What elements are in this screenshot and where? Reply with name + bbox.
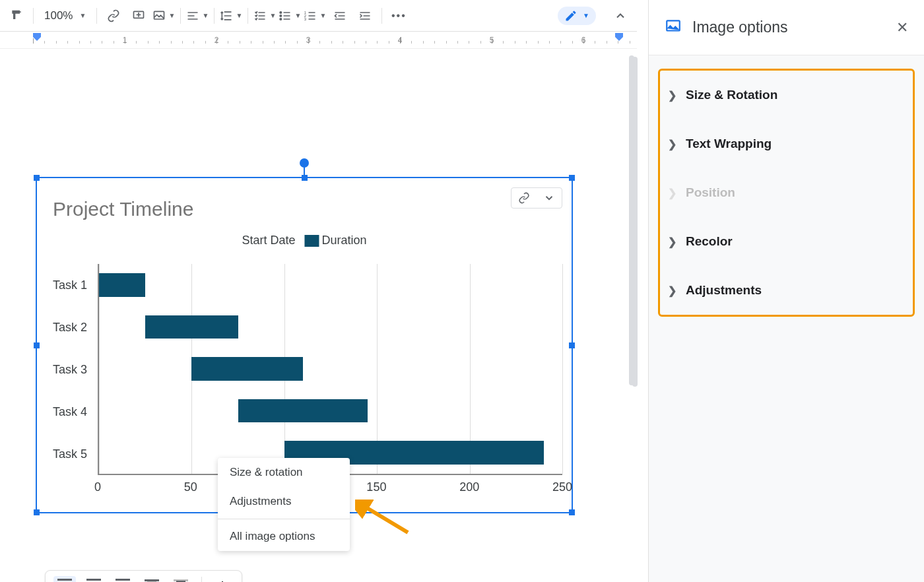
image-wrap-toolbar: ⋮ — [45, 570, 242, 582]
legend-swatch — [305, 235, 319, 247]
linked-chart-menu-button[interactable] — [537, 188, 562, 208]
document-canvas[interactable]: Project Timeline Start Date Duration Tas… — [0, 49, 637, 582]
caret-down-icon: ▼ — [319, 12, 326, 19]
zoom-value: 100% — [44, 9, 73, 22]
indent-decrease-icon — [333, 9, 346, 22]
context-menu-item-all-image-options[interactable]: All image options — [218, 522, 350, 551]
image-option-row[interactable]: ❯Size & Rotation — [660, 71, 913, 119]
chart-title: Project Timeline — [53, 198, 193, 220]
wrap-more-button[interactable]: ⋮ — [211, 576, 234, 582]
wrap-behind-button[interactable] — [141, 576, 163, 582]
resize-handle-ne[interactable] — [569, 175, 575, 181]
decrease-indent-button[interactable] — [329, 5, 351, 27]
chart-legend: Start Date Duration — [242, 234, 366, 247]
y-tick-label: Task 3 — [50, 348, 94, 391]
toolbar-divider — [214, 8, 214, 24]
line-spacing-button[interactable]: ▼ — [220, 5, 242, 27]
wrap-inline-icon — [57, 579, 72, 582]
panel-title: Image options — [692, 18, 787, 36]
resize-handle-sw[interactable] — [34, 509, 40, 515]
caret-down-icon: ▼ — [79, 12, 86, 19]
rotation-handle[interactable] — [300, 158, 309, 168]
caret-down-icon: ▼ — [269, 12, 276, 19]
ruler-indent-left-marker[interactable] — [32, 32, 42, 46]
bar-segment — [238, 399, 368, 423]
indent-increase-icon — [358, 9, 372, 22]
insert-link-button[interactable] — [102, 5, 125, 27]
image-icon — [665, 18, 682, 38]
vertical-scrollbar[interactable] — [632, 57, 638, 387]
numbered-list-button[interactable]: 123 ▼ — [304, 5, 326, 27]
wrap-break-button[interactable] — [112, 576, 134, 582]
collapse-panel-button[interactable] — [609, 5, 632, 27]
y-tick-label: Task 1 — [50, 264, 94, 306]
ruler-label: 3 — [306, 36, 311, 45]
linked-chart-link-button[interactable] — [512, 188, 537, 208]
bulleted-list-button[interactable]: ▼ — [279, 5, 301, 27]
bars-area — [98, 264, 562, 475]
toolbar-divider — [201, 577, 202, 582]
caret-down-icon: ▼ — [202, 12, 209, 19]
legend-entry: Start Date — [242, 234, 295, 247]
bar-row — [99, 315, 562, 339]
chevron-right-icon: ❯ — [668, 187, 676, 199]
wrap-text-button[interactable] — [82, 576, 105, 582]
horizontal-ruler[interactable]: 123456 — [0, 32, 637, 49]
wrap-inline-button[interactable] — [53, 576, 76, 582]
svg-point-3 — [280, 15, 282, 16]
image-option-label: Recolor — [686, 234, 733, 249]
resize-handle-se[interactable] — [569, 509, 575, 515]
pencil-icon — [564, 9, 578, 22]
zoom-dropdown[interactable]: 100% ▼ — [39, 5, 91, 27]
legend-entry: Duration — [322, 234, 367, 247]
x-tick-label: 200 — [459, 480, 479, 494]
toolbar-divider — [96, 8, 97, 24]
increase-indent-button[interactable] — [354, 5, 376, 27]
caret-down-icon: ▼ — [583, 12, 589, 19]
add-comment-button[interactable] — [127, 5, 150, 27]
image-option-label: Size & Rotation — [686, 88, 777, 102]
resize-handle-e[interactable] — [569, 342, 575, 348]
svg-point-4 — [280, 18, 282, 20]
more-button[interactable]: ••• — [387, 5, 410, 27]
checklist-icon — [253, 9, 267, 22]
align-button[interactable]: ▼ — [186, 5, 209, 27]
highlighted-options-list: ❯Size & Rotation❯Text Wrapping❯Position❯… — [658, 69, 915, 317]
bar-segment — [99, 273, 145, 297]
image-option-row[interactable]: ❯Text Wrapping — [660, 119, 913, 168]
paint-format-button[interactable] — [5, 5, 28, 27]
bar-row — [99, 357, 562, 381]
x-tick-label: 50 — [184, 480, 197, 494]
image-option-row[interactable]: ❯Adjustments — [660, 266, 913, 315]
context-menu-item-adjustments[interactable]: Adjustments — [218, 487, 350, 516]
wrap-break-icon — [116, 579, 130, 582]
linked-chart-controls — [511, 187, 562, 209]
toolbar-divider — [180, 8, 181, 24]
image-option-label: Text Wrapping — [686, 137, 772, 151]
caret-down-icon: ▼ — [168, 12, 175, 19]
line-spacing-icon — [220, 9, 233, 22]
bullet-list-icon — [279, 9, 292, 22]
resize-handle-w[interactable] — [34, 342, 40, 348]
close-panel-button[interactable]: ✕ — [896, 19, 908, 36]
bar-row — [99, 273, 562, 297]
resize-handle-n[interactable] — [302, 175, 308, 181]
checklist-button[interactable]: ▼ — [253, 5, 276, 27]
image-option-row[interactable]: ❯Recolor — [660, 217, 913, 266]
ruler-indent-right-marker[interactable] — [614, 32, 624, 46]
image-options-panel: Image options ✕ ❯Size & Rotation❯Text Wr… — [648, 0, 924, 582]
chevron-right-icon: ❯ — [668, 138, 676, 150]
context-menu-item-size-rotation[interactable]: Size & rotation — [218, 458, 350, 487]
image-option-label: Position — [686, 185, 735, 200]
chevron-right-icon: ❯ — [668, 236, 676, 248]
wrap-front-button[interactable] — [170, 576, 192, 582]
comment-add-icon — [132, 9, 145, 22]
x-tick-label: 0 — [94, 480, 101, 494]
resize-handle-nw[interactable] — [34, 175, 40, 181]
editing-mode-button[interactable]: ▼ — [558, 7, 596, 25]
ruler-label: 4 — [398, 36, 403, 45]
wrap-front-icon — [174, 579, 188, 582]
insert-image-button[interactable]: ▼ — [152, 5, 175, 27]
main-toolbar: 100% ▼ ▼ ▼ ▼ ▼ ▼ 123 ▼ ••• — [0, 0, 637, 32]
ruler-label: 1 — [123, 36, 127, 45]
